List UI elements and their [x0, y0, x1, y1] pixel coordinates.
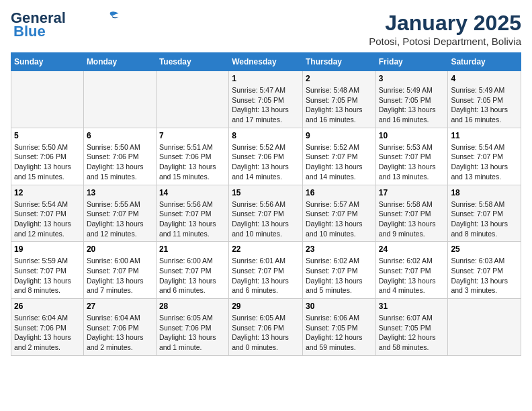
calendar-day-cell: 2Sunrise: 5:48 AMSunset: 7:05 PMDaylight…: [302, 71, 375, 128]
day-info: Sunrise: 5:49 AMSunset: 7:05 PMDaylight:…: [379, 85, 445, 125]
day-info: Sunrise: 6:05 AMSunset: 7:06 PMDaylight:…: [232, 313, 300, 353]
day-of-week-header: Tuesday: [156, 53, 228, 71]
day-number: 19: [14, 244, 81, 254]
day-number: 10: [379, 131, 445, 140]
calendar-day-cell: 13Sunrise: 5:55 AMSunset: 7:07 PMDayligh…: [83, 185, 156, 242]
day-number: 4: [451, 74, 518, 83]
day-info: Sunrise: 6:04 AMSunset: 7:06 PMDaylight:…: [14, 313, 81, 353]
day-info: Sunrise: 5:52 AMSunset: 7:07 PMDaylight:…: [306, 142, 373, 182]
calendar-day-cell: [83, 71, 156, 128]
calendar-table: SundayMondayTuesdayWednesdayThursdayFrid…: [11, 52, 521, 356]
calendar-day-cell: 12Sunrise: 5:54 AMSunset: 7:07 PMDayligh…: [11, 185, 84, 242]
calendar-day-cell: 11Sunrise: 5:54 AMSunset: 7:07 PMDayligh…: [448, 128, 521, 185]
day-number: 2: [306, 74, 373, 83]
day-number: 9: [306, 131, 373, 140]
calendar-day-cell: 10Sunrise: 5:53 AMSunset: 7:07 PMDayligh…: [375, 128, 448, 185]
calendar-day-cell: 17Sunrise: 5:58 AMSunset: 7:07 PMDayligh…: [375, 185, 448, 242]
day-number: 12: [14, 188, 81, 197]
day-info: Sunrise: 5:52 AMSunset: 7:06 PMDaylight:…: [232, 142, 300, 182]
day-number: 30: [306, 302, 373, 311]
day-number: 14: [159, 188, 226, 197]
day-number: 20: [87, 244, 153, 254]
calendar-day-cell: 28Sunrise: 6:05 AMSunset: 7:06 PMDayligh…: [156, 299, 228, 356]
day-info: Sunrise: 6:00 AMSunset: 7:07 PMDaylight:…: [87, 256, 153, 295]
day-number: 22: [232, 244, 300, 254]
calendar-week-row: 26Sunrise: 6:04 AMSunset: 7:06 PMDayligh…: [11, 299, 521, 356]
calendar-day-cell: 15Sunrise: 5:56 AMSunset: 7:07 PMDayligh…: [229, 185, 303, 242]
day-info: Sunrise: 5:47 AMSunset: 7:05 PMDaylight:…: [232, 85, 300, 125]
day-info: Sunrise: 5:50 AMSunset: 7:06 PMDaylight:…: [87, 142, 153, 182]
day-info: Sunrise: 5:55 AMSunset: 7:07 PMDaylight:…: [87, 199, 153, 239]
calendar-day-cell: 14Sunrise: 5:56 AMSunset: 7:07 PMDayligh…: [156, 185, 228, 242]
logo: General Blue: [11, 11, 120, 40]
calendar-week-row: 12Sunrise: 5:54 AMSunset: 7:07 PMDayligh…: [11, 185, 521, 242]
day-number: 5: [14, 131, 81, 140]
calendar-day-cell: 23Sunrise: 6:02 AMSunset: 7:07 PMDayligh…: [302, 242, 375, 299]
calendar-day-cell: 22Sunrise: 6:01 AMSunset: 7:07 PMDayligh…: [229, 242, 303, 299]
calendar-day-cell: 7Sunrise: 5:51 AMSunset: 7:06 PMDaylight…: [156, 128, 228, 185]
logo-blue-text: Blue: [13, 23, 46, 40]
day-number: 25: [451, 244, 518, 254]
day-number: 16: [306, 188, 373, 197]
calendar-day-cell: 30Sunrise: 6:06 AMSunset: 7:05 PMDayligh…: [302, 299, 375, 356]
day-info: Sunrise: 6:02 AMSunset: 7:07 PMDaylight:…: [379, 256, 445, 295]
calendar-week-row: 19Sunrise: 5:59 AMSunset: 7:07 PMDayligh…: [11, 242, 521, 299]
calendar-day-cell: [448, 299, 521, 356]
day-number: 29: [232, 302, 300, 311]
day-of-week-header: Saturday: [448, 53, 521, 71]
day-number: 11: [451, 131, 518, 140]
calendar-day-cell: 26Sunrise: 6:04 AMSunset: 7:06 PMDayligh…: [11, 299, 84, 356]
calendar-day-cell: 5Sunrise: 5:50 AMSunset: 7:06 PMDaylight…: [11, 128, 84, 185]
calendar-day-cell: 1Sunrise: 5:47 AMSunset: 7:05 PMDaylight…: [229, 71, 303, 128]
month-title: January 2025: [369, 11, 521, 36]
day-number: 6: [87, 131, 153, 140]
day-of-week-header: Thursday: [302, 53, 375, 71]
day-number: 17: [379, 188, 445, 197]
day-number: 8: [232, 131, 300, 140]
calendar-day-cell: 25Sunrise: 6:03 AMSunset: 7:07 PMDayligh…: [448, 242, 521, 299]
day-info: Sunrise: 5:54 AMSunset: 7:07 PMDaylight:…: [14, 199, 81, 239]
calendar-day-cell: [11, 71, 84, 128]
day-number: 7: [159, 131, 226, 140]
calendar-week-row: 5Sunrise: 5:50 AMSunset: 7:06 PMDaylight…: [11, 128, 521, 185]
calendar-day-cell: 31Sunrise: 6:07 AMSunset: 7:05 PMDayligh…: [375, 299, 448, 356]
calendar-day-cell: 6Sunrise: 5:50 AMSunset: 7:06 PMDaylight…: [83, 128, 156, 185]
calendar-day-cell: 3Sunrise: 5:49 AMSunset: 7:05 PMDaylight…: [375, 71, 448, 128]
day-info: Sunrise: 5:54 AMSunset: 7:07 PMDaylight:…: [451, 142, 518, 182]
calendar-day-cell: 4Sunrise: 5:49 AMSunset: 7:05 PMDaylight…: [448, 71, 521, 128]
calendar-day-cell: 9Sunrise: 5:52 AMSunset: 7:07 PMDaylight…: [302, 128, 375, 185]
day-info: Sunrise: 5:48 AMSunset: 7:05 PMDaylight:…: [306, 85, 373, 125]
calendar-day-cell: 29Sunrise: 6:05 AMSunset: 7:06 PMDayligh…: [229, 299, 303, 356]
day-info: Sunrise: 6:07 AMSunset: 7:05 PMDaylight:…: [379, 313, 445, 353]
location: Potosi, Potosi Department, Bolivia: [369, 36, 521, 47]
day-info: Sunrise: 5:49 AMSunset: 7:05 PMDaylight:…: [451, 85, 518, 125]
day-info: Sunrise: 5:59 AMSunset: 7:07 PMDaylight:…: [14, 256, 81, 295]
day-of-week-header: Sunday: [11, 53, 84, 71]
day-number: 26: [14, 302, 81, 311]
day-info: Sunrise: 6:02 AMSunset: 7:07 PMDaylight:…: [306, 256, 373, 295]
day-number: 27: [87, 302, 153, 311]
calendar-day-cell: 21Sunrise: 6:00 AMSunset: 7:07 PMDayligh…: [156, 242, 228, 299]
day-number: 31: [379, 302, 445, 311]
calendar-day-cell: 27Sunrise: 6:04 AMSunset: 7:06 PMDayligh…: [83, 299, 156, 356]
day-info: Sunrise: 6:00 AMSunset: 7:07 PMDaylight:…: [159, 256, 226, 295]
day-info: Sunrise: 5:53 AMSunset: 7:07 PMDaylight:…: [379, 142, 445, 182]
calendar-day-cell: 8Sunrise: 5:52 AMSunset: 7:06 PMDaylight…: [229, 128, 303, 185]
day-info: Sunrise: 5:56 AMSunset: 7:07 PMDaylight:…: [159, 199, 226, 239]
day-info: Sunrise: 5:56 AMSunset: 7:07 PMDaylight:…: [232, 199, 300, 239]
day-info: Sunrise: 6:03 AMSunset: 7:07 PMDaylight:…: [451, 256, 518, 295]
day-number: 13: [87, 188, 153, 197]
calendar-day-cell: 20Sunrise: 6:00 AMSunset: 7:07 PMDayligh…: [83, 242, 156, 299]
day-number: 18: [451, 188, 518, 197]
calendar-day-cell: 16Sunrise: 5:57 AMSunset: 7:07 PMDayligh…: [302, 185, 375, 242]
day-info: Sunrise: 6:01 AMSunset: 7:07 PMDaylight:…: [232, 256, 300, 295]
logo-icon: [101, 10, 120, 22]
day-info: Sunrise: 5:58 AMSunset: 7:07 PMDaylight:…: [451, 199, 518, 239]
day-info: Sunrise: 6:04 AMSunset: 7:06 PMDaylight:…: [87, 313, 153, 353]
day-number: 1: [232, 74, 300, 83]
day-number: 28: [159, 302, 226, 311]
day-info: Sunrise: 6:06 AMSunset: 7:05 PMDaylight:…: [306, 313, 373, 353]
day-of-week-header: Monday: [83, 53, 156, 71]
title-area: January 2025 Potosi, Potosi Department, …: [369, 11, 521, 47]
day-number: 23: [306, 244, 373, 254]
